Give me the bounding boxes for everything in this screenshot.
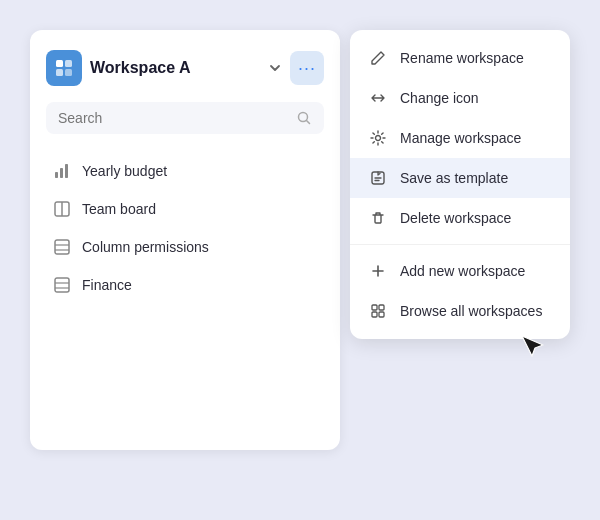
trash-icon xyxy=(368,208,388,228)
more-options-button[interactable]: ··· xyxy=(290,51,324,85)
svg-rect-20 xyxy=(372,312,377,317)
workspace-header: Workspace A ··· xyxy=(46,50,324,86)
three-dots-icon: ··· xyxy=(298,58,316,79)
svg-point-16 xyxy=(376,136,381,141)
dropdown-item-change-icon[interactable]: Change icon xyxy=(350,78,570,118)
bar-chart-icon xyxy=(52,161,72,181)
pencil-icon xyxy=(368,48,388,68)
dropdown-item-label: Change icon xyxy=(400,90,479,106)
dropdown-item-save-template[interactable]: Save as template xyxy=(350,158,570,198)
gear-icon xyxy=(368,128,388,148)
svg-rect-5 xyxy=(55,172,58,178)
svg-rect-21 xyxy=(379,312,384,317)
main-container: Workspace A ··· xyxy=(30,30,570,490)
dropdown-divider xyxy=(350,244,570,245)
svg-rect-3 xyxy=(65,69,72,76)
nav-item-yearly-budget[interactable]: Yearly budget xyxy=(46,152,324,190)
svg-rect-13 xyxy=(55,278,69,292)
dropdown-item-label: Delete workspace xyxy=(400,210,511,226)
svg-rect-10 xyxy=(55,240,69,254)
nav-item-label: Yearly budget xyxy=(82,163,167,179)
chevron-down-icon[interactable] xyxy=(268,61,282,75)
svg-rect-0 xyxy=(56,60,63,67)
table-icon xyxy=(52,237,72,257)
svg-rect-1 xyxy=(65,60,72,67)
nav-item-column-permissions[interactable]: Column permissions xyxy=(46,228,324,266)
dropdown-item-rename[interactable]: Rename workspace xyxy=(350,38,570,78)
svg-rect-18 xyxy=(372,305,377,310)
dropdown-item-label: Rename workspace xyxy=(400,50,524,66)
plus-icon xyxy=(368,261,388,281)
dropdown-item-label: Save as template xyxy=(400,170,508,186)
nav-item-label: Column permissions xyxy=(82,239,209,255)
board-icon xyxy=(52,199,72,219)
dropdown-item-browse-workspaces[interactable]: Browse all workspaces xyxy=(350,291,570,331)
workspace-name: Workspace A xyxy=(90,59,260,77)
dropdown-item-label: Browse all workspaces xyxy=(400,303,542,319)
dropdown-item-label: Manage workspace xyxy=(400,130,521,146)
search-icon xyxy=(296,110,312,126)
save-template-icon xyxy=(368,168,388,188)
nav-item-finance[interactable]: Finance xyxy=(46,266,324,304)
dropdown-item-delete[interactable]: Delete workspace xyxy=(350,198,570,238)
dropdown-item-add-workspace[interactable]: Add new workspace xyxy=(350,251,570,291)
dropdown-menu: Rename workspace Change icon Manage work… xyxy=(350,30,570,339)
search-box[interactable] xyxy=(46,102,324,134)
table-icon-2 xyxy=(52,275,72,295)
arrows-icon xyxy=(368,88,388,108)
nav-item-label: Team board xyxy=(82,201,156,217)
workspace-icon xyxy=(46,50,82,86)
svg-rect-19 xyxy=(379,305,384,310)
nav-list: Yearly budget Team board xyxy=(46,152,324,304)
search-input[interactable] xyxy=(58,110,288,126)
grid-icon xyxy=(368,301,388,321)
svg-rect-6 xyxy=(60,168,63,178)
svg-rect-2 xyxy=(56,69,63,76)
nav-item-team-board[interactable]: Team board xyxy=(46,190,324,228)
svg-rect-7 xyxy=(65,164,68,178)
dropdown-item-label: Add new workspace xyxy=(400,263,525,279)
sidebar-panel: Workspace A ··· xyxy=(30,30,340,450)
dropdown-item-manage[interactable]: Manage workspace xyxy=(350,118,570,158)
nav-item-label: Finance xyxy=(82,277,132,293)
